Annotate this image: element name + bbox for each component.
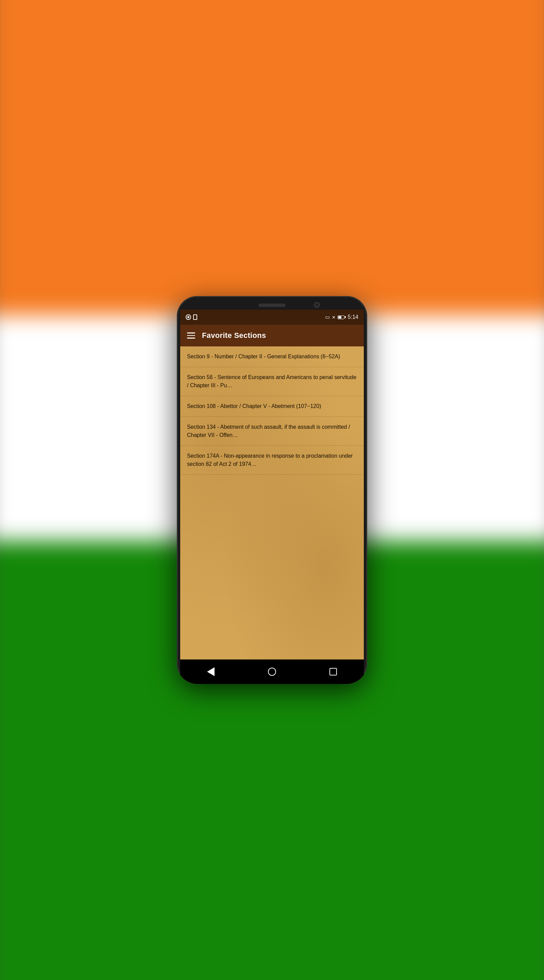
list-item[interactable]: Section 9 - Number / Chapter II - Genera… — [180, 347, 364, 367]
favorites-list: Section 9 - Number / Chapter II - Genera… — [180, 347, 364, 659]
sim-icon — [193, 314, 197, 320]
phone-frame: ▭ ✕ 5:14 Favorite Sections — [177, 296, 367, 684]
back-button[interactable] — [201, 662, 221, 682]
list-item[interactable]: Section 134 - Abetment of such assault, … — [180, 417, 364, 446]
status-right-icons: ▭ ✕ 5:14 — [325, 314, 358, 320]
list-item[interactable]: Section 174A - Non-appearance in respons… — [180, 446, 364, 475]
status-time: 5:14 — [348, 314, 358, 320]
signal-x-icon: ✕ — [332, 315, 336, 320]
battery-icon — [338, 315, 346, 319]
app-toolbar: Favorite Sections — [180, 325, 364, 347]
back-triangle-icon — [207, 667, 214, 676]
list-item[interactable]: Section 108 - Abettor / Chapter V - Abet… — [180, 396, 364, 417]
recents-square-icon — [330, 668, 337, 675]
list-item-text: Section 134 - Abetment of such assault, … — [187, 424, 350, 438]
list-item[interactable]: Section 56 - Sentence of Europeans and A… — [180, 367, 364, 396]
phone-screen: ▭ ✕ 5:14 Favorite Sections — [180, 310, 364, 684]
shutter-icon — [186, 314, 191, 320]
list-empty-area — [180, 475, 364, 543]
list-item-text: Section 56 - Sentence of Europeans and A… — [187, 374, 356, 388]
status-bar: ▭ ✕ 5:14 — [180, 310, 364, 325]
hamburger-menu-icon[interactable] — [187, 332, 195, 339]
list-item-text: Section 108 - Abettor / Chapter V - Abet… — [187, 403, 321, 409]
status-left-icons — [186, 314, 197, 320]
cast-icon: ▭ — [325, 314, 330, 320]
phone-camera — [314, 302, 320, 308]
phone-speaker — [259, 304, 285, 307]
recents-button[interactable] — [323, 662, 343, 682]
toolbar-title: Favorite Sections — [202, 331, 266, 340]
bottom-nav-bar — [180, 659, 364, 684]
home-button[interactable] — [262, 662, 282, 682]
home-circle-icon — [268, 668, 276, 676]
list-item-text: Section 9 - Number / Chapter II - Genera… — [187, 353, 340, 360]
list-item-text: Section 174A - Non-appearance in respons… — [187, 453, 352, 467]
